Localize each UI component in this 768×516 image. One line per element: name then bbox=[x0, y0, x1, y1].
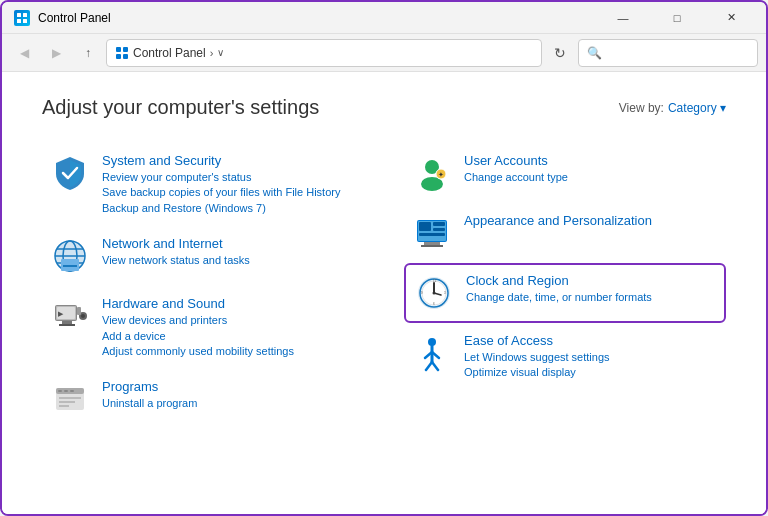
appearance-item[interactable]: Appearance and Personalization bbox=[404, 203, 726, 263]
clock-region-icon: 12 3 6 9 bbox=[414, 273, 454, 313]
user-accounts-text: User Accounts Change account type bbox=[464, 153, 718, 185]
system-security-desc1[interactable]: Review your computer's status bbox=[102, 170, 356, 185]
svg-rect-6 bbox=[116, 54, 121, 59]
ease-access-desc1[interactable]: Let Windows suggest settings bbox=[464, 350, 718, 365]
ease-access-item[interactable]: Ease of Access Let Windows suggest setti… bbox=[404, 323, 726, 391]
ease-access-text: Ease of Access Let Windows suggest setti… bbox=[464, 333, 718, 381]
svg-line-59 bbox=[426, 362, 432, 370]
svg-point-20 bbox=[81, 314, 85, 318]
svg-rect-30 bbox=[59, 397, 81, 399]
address-chevron[interactable]: ∨ bbox=[217, 47, 224, 58]
hardware-sound-desc3[interactable]: Adjust commonly used mobility settings bbox=[102, 344, 356, 359]
svg-rect-28 bbox=[64, 390, 68, 392]
svg-rect-23 bbox=[77, 307, 81, 315]
hardware-sound-title[interactable]: Hardware and Sound bbox=[102, 296, 356, 311]
svg-rect-15 bbox=[63, 265, 77, 267]
system-security-desc3[interactable]: Backup and Restore (Windows 7) bbox=[102, 201, 356, 216]
view-by-value[interactable]: Category ▾ bbox=[668, 101, 726, 115]
clock-region-desc1[interactable]: Change date, time, or number formats bbox=[466, 290, 716, 305]
network-internet-icon bbox=[50, 236, 90, 276]
system-security-item[interactable]: System and Security Review your computer… bbox=[42, 143, 364, 226]
hardware-sound-icon: ▶ bbox=[50, 296, 90, 336]
ease-access-icon bbox=[412, 333, 452, 373]
window-title: Control Panel bbox=[38, 11, 600, 25]
refresh-button[interactable]: ↻ bbox=[546, 39, 574, 67]
appearance-icon bbox=[412, 213, 452, 253]
network-internet-text: Network and Internet View network status… bbox=[102, 236, 356, 268]
svg-rect-2 bbox=[17, 19, 21, 23]
view-by-control: View by: Category ▾ bbox=[619, 101, 726, 115]
svg-rect-0 bbox=[17, 13, 21, 17]
svg-rect-42 bbox=[419, 233, 445, 236]
appearance-title[interactable]: Appearance and Personalization bbox=[464, 213, 718, 228]
system-security-desc2[interactable]: Save backup copies of your files with Fi… bbox=[102, 185, 356, 200]
hardware-sound-desc1[interactable]: View devices and printers bbox=[102, 313, 356, 328]
clock-region-item[interactable]: 12 3 6 9 Clock and Region Change date, t… bbox=[404, 263, 726, 323]
content-area: Adjust your computer's settings View by:… bbox=[2, 72, 766, 514]
ease-access-title[interactable]: Ease of Access bbox=[464, 333, 718, 348]
system-security-text: System and Security Review your computer… bbox=[102, 153, 356, 216]
network-internet-title[interactable]: Network and Internet bbox=[102, 236, 356, 251]
svg-rect-3 bbox=[23, 19, 27, 23]
title-bar: Control Panel — □ ✕ bbox=[2, 2, 766, 34]
address-bar: ◀ ▶ ↑ Control Panel › ∨ ↻ 🔍 bbox=[2, 34, 766, 72]
appearance-text: Appearance and Personalization bbox=[464, 213, 718, 230]
app-icon bbox=[14, 10, 30, 26]
address-separator: › bbox=[210, 47, 214, 59]
content-header: Adjust your computer's settings View by:… bbox=[42, 96, 726, 119]
svg-rect-1 bbox=[23, 13, 27, 17]
svg-rect-44 bbox=[421, 245, 443, 247]
forward-button[interactable]: ▶ bbox=[42, 39, 70, 67]
hardware-sound-desc2[interactable]: Add a device bbox=[102, 329, 356, 344]
svg-text:12: 12 bbox=[433, 279, 437, 283]
address-icon bbox=[115, 46, 129, 60]
programs-title[interactable]: Programs bbox=[102, 379, 356, 394]
user-accounts-item[interactable]: ✦ User Accounts Change account type bbox=[404, 143, 726, 203]
clock-region-text: Clock and Region Change date, time, or n… bbox=[466, 273, 716, 305]
left-column: System and Security Review your computer… bbox=[42, 143, 364, 429]
svg-rect-43 bbox=[424, 242, 440, 245]
svg-rect-39 bbox=[419, 222, 431, 231]
programs-icon bbox=[50, 379, 90, 419]
search-box[interactable]: 🔍 bbox=[578, 39, 758, 67]
system-security-icon bbox=[50, 153, 90, 193]
svg-rect-27 bbox=[58, 390, 62, 392]
close-button[interactable]: ✕ bbox=[708, 2, 754, 34]
ease-access-desc2[interactable]: Optimize visual display bbox=[464, 365, 718, 380]
system-security-title[interactable]: System and Security bbox=[102, 153, 356, 168]
user-accounts-title[interactable]: User Accounts bbox=[464, 153, 718, 168]
network-internet-desc1[interactable]: View network status and tasks bbox=[102, 253, 356, 268]
minimize-button[interactable]: — bbox=[600, 2, 646, 34]
hardware-sound-text: Hardware and Sound View devices and prin… bbox=[102, 296, 356, 359]
up-button[interactable]: ↑ bbox=[74, 39, 102, 67]
svg-rect-21 bbox=[62, 321, 72, 324]
svg-rect-32 bbox=[59, 405, 69, 407]
network-internet-item[interactable]: Network and Internet View network status… bbox=[42, 226, 364, 286]
right-column: ✦ User Accounts Change account type bbox=[404, 143, 726, 429]
back-button[interactable]: ◀ bbox=[10, 39, 38, 67]
svg-point-50 bbox=[433, 292, 436, 295]
programs-text: Programs Uninstall a program bbox=[102, 379, 356, 411]
address-path-root: Control Panel bbox=[133, 46, 206, 60]
svg-rect-22 bbox=[59, 324, 75, 326]
svg-rect-29 bbox=[70, 390, 74, 392]
programs-item[interactable]: Programs Uninstall a program bbox=[42, 369, 364, 429]
view-by-label: View by: bbox=[619, 101, 664, 115]
programs-desc1[interactable]: Uninstall a program bbox=[102, 396, 356, 411]
svg-rect-4 bbox=[116, 47, 121, 52]
maximize-button[interactable]: □ bbox=[654, 2, 700, 34]
address-box[interactable]: Control Panel › ∨ bbox=[106, 39, 542, 67]
page-title: Adjust your computer's settings bbox=[42, 96, 319, 119]
svg-line-60 bbox=[432, 362, 438, 370]
settings-grid: System and Security Review your computer… bbox=[42, 143, 726, 429]
svg-rect-40 bbox=[433, 222, 445, 226]
svg-rect-31 bbox=[59, 401, 75, 403]
user-accounts-desc1[interactable]: Change account type bbox=[464, 170, 718, 185]
svg-rect-41 bbox=[433, 228, 445, 231]
svg-rect-5 bbox=[123, 47, 128, 52]
user-accounts-icon: ✦ bbox=[412, 153, 452, 193]
hardware-sound-item[interactable]: ▶ Hardware and Sound View devices and pr… bbox=[42, 286, 364, 369]
window-controls: — □ ✕ bbox=[600, 2, 754, 34]
svg-text:✦: ✦ bbox=[438, 171, 444, 178]
clock-region-title[interactable]: Clock and Region bbox=[466, 273, 716, 288]
